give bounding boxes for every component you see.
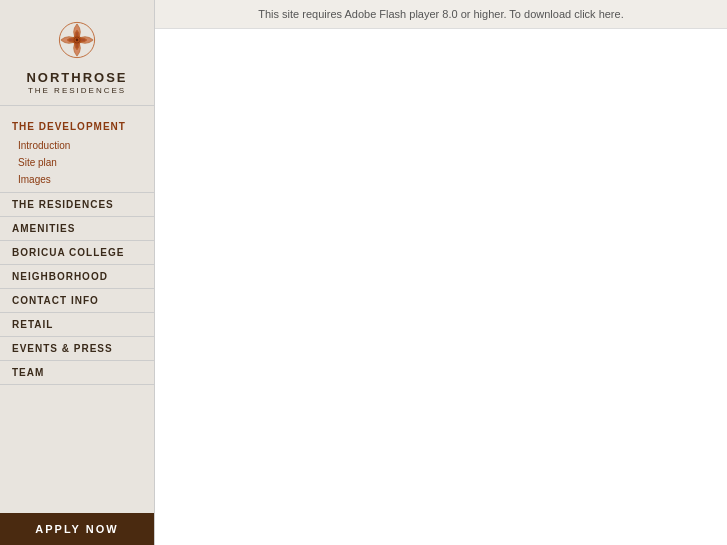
page-layout: NORTHROSE THE RESIDENCES THE DEVELOPMENT… bbox=[0, 0, 727, 545]
flash-notice[interactable]: This site requires Adobe Flash player 8.… bbox=[155, 0, 727, 29]
nav-item-team[interactable]: TEAM bbox=[0, 361, 154, 385]
main-content: This site requires Adobe Flash player 8.… bbox=[155, 0, 727, 545]
nav-item-events-press[interactable]: EVENTS & PRESS bbox=[0, 337, 154, 361]
brand-name: NORTHROSE bbox=[26, 70, 127, 85]
content-area bbox=[155, 29, 727, 545]
nav-sub-site-plan[interactable]: Site plan bbox=[0, 154, 154, 171]
nav-item-neighborhood[interactable]: NEIGHBORHOOD bbox=[0, 265, 154, 289]
nav-item-amenities[interactable]: AMENITIES bbox=[0, 217, 154, 241]
brand-sub: THE RESIDENCES bbox=[28, 86, 126, 95]
nav-item-retail[interactable]: RETAIL bbox=[0, 313, 154, 337]
nav-item-contact-info[interactable]: CONTACT INFO bbox=[0, 289, 154, 313]
sidebar: NORTHROSE THE RESIDENCES THE DEVELOPMENT… bbox=[0, 0, 155, 545]
nav-sub-images[interactable]: Images bbox=[0, 171, 154, 188]
nav-item-development[interactable]: THE DEVELOPMENT bbox=[0, 116, 154, 137]
nav-item-boricua-college[interactable]: BORICUA COLLEGE bbox=[0, 241, 154, 265]
logo-rose-icon bbox=[53, 16, 101, 64]
logo-area: NORTHROSE THE RESIDENCES bbox=[0, 0, 154, 106]
nav-sub-introduction[interactable]: Introduction bbox=[0, 137, 154, 154]
nav-section-development: THE DEVELOPMENT Introduction Site plan I… bbox=[0, 112, 154, 193]
nav-item-residences[interactable]: THE RESIDENCES bbox=[0, 193, 154, 217]
apply-now-button[interactable]: APPLY NOW bbox=[0, 513, 154, 545]
